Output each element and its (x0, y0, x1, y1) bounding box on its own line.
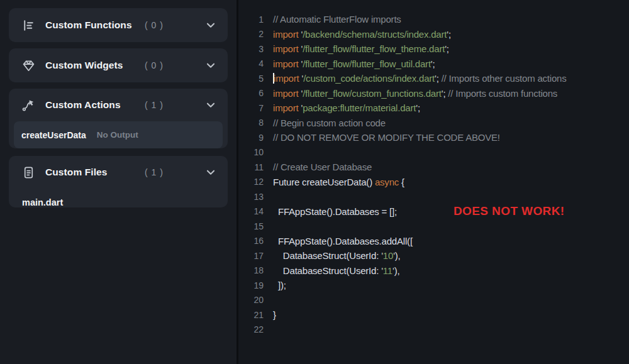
section-card-actions: Custom Actions( 1 )createUserDataNo Outp… (9, 89, 228, 148)
section-count: ( 0 ) (145, 20, 164, 30)
line-number: 13 (238, 192, 264, 202)
section-header-functions[interactable]: Custom Functions( 0 ) (9, 8, 228, 42)
line-content: import 'package:flutter/material.dart'; (273, 102, 420, 113)
line-number: 18 (238, 265, 264, 275)
custom-code-sidebar: Custom Functions( 0 )Custom Widgets( 0 )… (0, 0, 237, 364)
line-content: import '/backend/schema/structs/index.da… (273, 29, 451, 40)
section-card-functions: Custom Functions( 0 ) (9, 8, 228, 42)
line-number: 19 (238, 280, 264, 290)
code-line-8[interactable]: 8// Begin custom action code (238, 116, 629, 131)
line-content: import '/flutter_flow/custom_functions.d… (273, 88, 557, 99)
line-content: FFAppState().Databases = []; (273, 206, 397, 217)
code-line-20[interactable]: 20 (238, 293, 629, 308)
line-number: 12 (238, 177, 264, 187)
line-content: import '/flutter_flow/flutter_flow_util.… (273, 58, 435, 69)
code-editor[interactable]: 1// Automatic FlutterFlow imports2import… (238, 0, 629, 364)
line-number: 15 (238, 221, 264, 231)
line-number: 8 (238, 118, 264, 128)
line-number: 9 (238, 133, 264, 143)
line-number: 11 (238, 162, 264, 172)
section-label: Custom Files (45, 167, 108, 178)
code-line-6[interactable]: 6import '/flutter_flow/custom_functions.… (238, 86, 629, 101)
code-line-19[interactable]: 19 ]); (238, 278, 629, 293)
section-count: ( 0 ) (145, 60, 164, 70)
files-icon (21, 165, 36, 180)
section-header-files[interactable]: Custom Files( 1 ) (9, 156, 228, 189)
section-count: ( 1 ) (145, 100, 164, 110)
line-number: 17 (238, 251, 264, 261)
code-line-18[interactable]: 18 DatabaseStruct(UserId: '11'), (238, 263, 629, 279)
section-label: Custom Widgets (45, 60, 123, 71)
line-number: 3 (238, 44, 264, 54)
chevron-down-icon[interactable] (204, 58, 218, 72)
line-content: DatabaseStruct(UserId: '10'), (273, 250, 401, 261)
section-header-actions[interactable]: Custom Actions( 1 ) (9, 89, 228, 121)
code-line-4[interactable]: 4import '/flutter_flow/flutter_flow_util… (238, 57, 629, 72)
item-name: createUserData (21, 130, 86, 140)
line-number: 22 (238, 324, 264, 334)
section-label: Custom Actions (45, 99, 121, 111)
line-number: 6 (238, 88, 264, 98)
widgets-icon (21, 58, 36, 73)
line-number: 21 (238, 310, 264, 320)
code-line-13[interactable]: 13 (238, 189, 629, 204)
line-content: DatabaseStruct(UserId: '11'), (273, 265, 399, 276)
line-number: 16 (238, 236, 264, 246)
line-content: ]); (273, 280, 286, 290)
functions-icon (21, 18, 36, 33)
code-line-3[interactable]: 3import '/flutter_flow/flutter_flow_them… (238, 41, 629, 57)
does-not-work-annotation: DOES NOT WORK! (454, 204, 565, 218)
line-number: 20 (238, 295, 264, 305)
code-line-1[interactable]: 1// Automatic FlutterFlow imports (238, 12, 629, 27)
line-content: import '/custom_code/actions/index.dart'… (273, 73, 567, 84)
code-line-5[interactable]: 5import '/custom_code/actions/index.dart… (238, 71, 629, 86)
code-line-21[interactable]: 21} (238, 307, 629, 323)
line-content: // Begin custom action code (273, 118, 386, 128)
section-label: Custom Functions (45, 19, 132, 31)
line-content: // Create User Database (273, 162, 372, 172)
line-number: 7 (238, 103, 264, 113)
code-line-12[interactable]: 12Future createUserData() async { (238, 175, 629, 190)
code-line-16[interactable]: 16 FFAppState().Databases.addAll([ (238, 234, 629, 249)
line-content: Future createUserData() async { (273, 177, 404, 187)
sidebar-item-main.dart[interactable]: main.dart (9, 197, 228, 207)
chevron-down-icon[interactable] (204, 18, 218, 32)
code-line-2[interactable]: 2import '/backend/schema/structs/index.d… (238, 27, 629, 42)
code-line-22[interactable]: 22 (238, 323, 629, 338)
line-content: // DO NOT REMOVE OR MODIFY THE CODE ABOV… (273, 132, 500, 143)
code-line-7[interactable]: 7import 'package:flutter/material.dart'; (238, 101, 629, 116)
line-number: 2 (238, 29, 264, 39)
line-content: FFAppState().Databases.addAll([ (273, 236, 413, 246)
chevron-down-icon[interactable] (204, 165, 218, 179)
section-card-widgets: Custom Widgets( 0 ) (9, 48, 228, 82)
code-line-11[interactable]: 11// Create User Database (238, 160, 629, 175)
code-line-10[interactable]: 10 (238, 145, 629, 160)
code-line-9[interactable]: 9// DO NOT REMOVE OR MODIFY THE CODE ABO… (238, 130, 629, 145)
line-content: // Automatic FlutterFlow imports (273, 14, 401, 25)
section-header-widgets[interactable]: Custom Widgets( 0 ) (9, 48, 228, 82)
line-number: 4 (238, 58, 264, 69)
actions-icon (21, 97, 36, 113)
code-line-15[interactable]: 15 (238, 219, 629, 234)
item-output-badge: No Output (97, 130, 138, 140)
sidebar-item-createUserData[interactable]: createUserDataNo Output (14, 121, 223, 148)
line-number: 14 (238, 206, 264, 216)
line-content: import '/flutter_flow/flutter_flow_theme… (273, 43, 449, 54)
line-number: 10 (238, 147, 264, 157)
chevron-down-icon[interactable] (204, 98, 218, 112)
line-number: 1 (238, 14, 264, 25)
line-content: } (273, 309, 276, 320)
code-line-17[interactable]: 17 DatabaseStruct(UserId: '10'), (238, 248, 629, 263)
section-card-files: Custom Files( 1 )main.dart (9, 156, 228, 207)
code-line-14[interactable]: 14 FFAppState().Databases = [];DOES NOT … (238, 204, 629, 219)
section-count: ( 1 ) (145, 167, 164, 177)
line-number: 5 (238, 74, 264, 84)
